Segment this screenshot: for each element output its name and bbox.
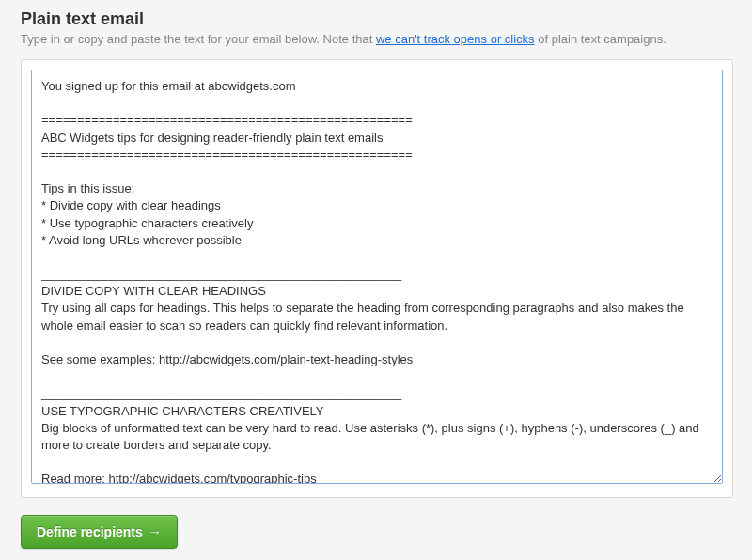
page-subtitle: Type in or copy and paste the text for y…	[21, 32, 733, 46]
editor-panel	[21, 59, 733, 498]
page-title: Plain text email	[21, 9, 733, 29]
subtitle-text-after: of plain text campaigns.	[535, 32, 666, 46]
button-label: Define recipients	[37, 524, 143, 539]
arrow-right-icon: →	[149, 524, 162, 539]
subtitle-text-before: Type in or copy and paste the text for y…	[21, 32, 376, 46]
define-recipients-button[interactable]: Define recipients →	[21, 515, 178, 549]
plain-text-editor[interactable]	[31, 70, 723, 484]
tracking-info-link[interactable]: we can't track opens or clicks	[376, 32, 535, 46]
